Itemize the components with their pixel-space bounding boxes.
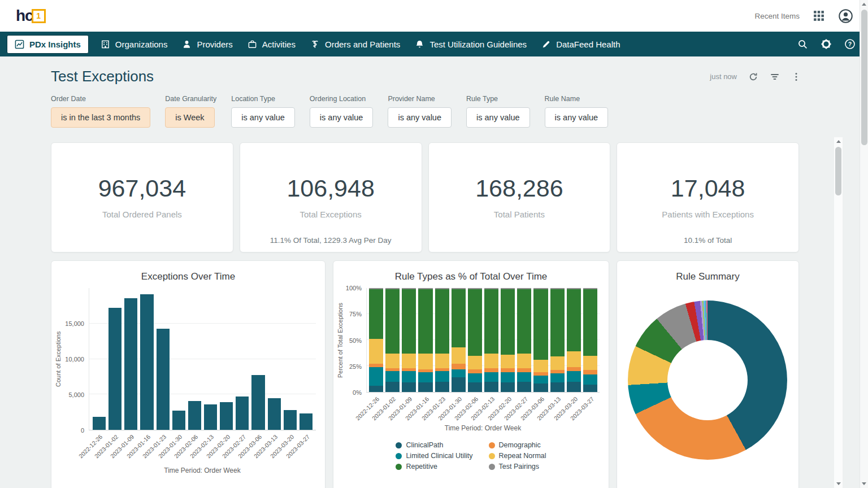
segment-Repetitive[interactable] xyxy=(468,289,482,356)
segment-Repetitive[interactable] xyxy=(369,289,383,339)
segment-Demographic[interactable] xyxy=(484,368,498,372)
stacked-bar-2023-01-23[interactable] xyxy=(435,288,449,392)
dashboard-scrollbar[interactable] xyxy=(834,137,843,488)
bar-2023-01-02[interactable] xyxy=(108,308,121,430)
segment-ClinicalPath[interactable] xyxy=(452,377,466,392)
segment-Limited Clinical Utility[interactable] xyxy=(550,373,565,383)
stacked-bar-2023-03-27[interactable] xyxy=(583,288,597,392)
bar-2022-12-26[interactable] xyxy=(93,417,106,430)
stacked-bar-2023-03-13[interactable] xyxy=(550,288,565,392)
segment-ClinicalPath[interactable] xyxy=(484,382,498,392)
segment-Demographic[interactable] xyxy=(452,364,466,369)
stacked-bar-2023-03-06[interactable] xyxy=(533,288,548,392)
segment-ClinicalPath[interactable] xyxy=(435,382,449,392)
window-scrollbar[interactable] xyxy=(860,0,868,488)
bar-2023-01-30[interactable] xyxy=(172,411,185,430)
segment-Repeat Normal[interactable] xyxy=(385,354,400,368)
segment-Repetitive[interactable] xyxy=(435,289,449,354)
segment-Repeat Normal[interactable] xyxy=(418,354,432,369)
segment-Repetitive[interactable] xyxy=(501,289,515,355)
segment-Limited Clinical Utility[interactable] xyxy=(369,367,383,386)
segment-Repeat Normal[interactable] xyxy=(550,356,565,370)
segment-ClinicalPath[interactable] xyxy=(533,384,548,392)
segment-Repetitive[interactable] xyxy=(418,289,432,354)
settings-gear-icon[interactable] xyxy=(817,35,835,53)
bar-2023-02-13[interactable] xyxy=(204,404,217,430)
stacked-bar-2023-01-02[interactable] xyxy=(385,288,400,392)
bar-2023-03-06[interactable] xyxy=(251,375,264,430)
segment-Repeat Normal[interactable] xyxy=(517,354,531,368)
segment-Demographic[interactable] xyxy=(567,367,581,371)
segment-Repetitive[interactable] xyxy=(517,289,531,354)
bar-2023-01-09[interactable] xyxy=(124,298,137,430)
nav-item-pdx-insights[interactable]: PDx Insights xyxy=(7,35,89,54)
legend-item-Repetitive[interactable]: Repetitive xyxy=(396,463,472,470)
hc1-logo[interactable]: hc 1 xyxy=(16,8,46,23)
scroll-up-arrow[interactable] xyxy=(834,137,843,146)
segment-Repeat Normal[interactable] xyxy=(369,339,383,364)
stacked-bar-2023-01-09[interactable] xyxy=(402,288,416,392)
filter-value-rule-type[interactable]: is any value xyxy=(466,107,530,128)
segment-Demographic[interactable] xyxy=(517,368,531,372)
scrollbar-thumb[interactable] xyxy=(835,147,841,195)
apps-grid-icon[interactable] xyxy=(813,10,824,21)
filter-funnel-icon[interactable] xyxy=(770,72,780,82)
stacked-bar-2023-02-13[interactable] xyxy=(484,288,498,392)
filter-value-ordering-location[interactable]: is any value xyxy=(310,107,374,128)
legend-item-Repeat Normal[interactable]: Repeat Normal xyxy=(489,452,546,460)
segment-Limited Clinical Utility[interactable] xyxy=(517,372,531,382)
help-icon[interactable]: ? xyxy=(841,35,859,53)
scroll-down-arrow[interactable] xyxy=(860,480,868,488)
segment-Repeat Normal[interactable] xyxy=(501,355,515,368)
segment-ClinicalPath[interactable] xyxy=(418,382,432,392)
bar-2023-03-13[interactable] xyxy=(268,398,281,430)
stacked-bar-2023-03-20[interactable] xyxy=(567,288,581,392)
stacked-bar-2023-01-16[interactable] xyxy=(418,288,432,392)
stacked-bar-2022-12-26[interactable] xyxy=(369,288,383,392)
segment-ClinicalPath[interactable] xyxy=(517,382,531,392)
segment-Repetitive[interactable] xyxy=(484,289,498,354)
filter-value-provider-name[interactable]: is any value xyxy=(388,107,452,128)
segment-Repetitive[interactable] xyxy=(550,289,565,357)
search-icon[interactable] xyxy=(793,35,811,53)
nav-item-activities[interactable]: Activities xyxy=(240,36,303,53)
scroll-down-arrow[interactable] xyxy=(834,480,843,488)
segment-Repetitive[interactable] xyxy=(452,289,466,347)
scroll-up-arrow[interactable] xyxy=(860,0,868,8)
segment-ClinicalPath[interactable] xyxy=(583,385,597,392)
nav-item-orders-and-patients[interactable]: Orders and Patients xyxy=(303,36,407,53)
segment-Repetitive[interactable] xyxy=(385,289,400,354)
stacked-bar-2023-02-27[interactable] xyxy=(517,288,531,392)
segment-Demographic[interactable] xyxy=(468,369,482,373)
segment-Repeat Normal[interactable] xyxy=(583,356,597,371)
segment-Repetitive[interactable] xyxy=(402,289,416,354)
segment-Repeat Normal[interactable] xyxy=(484,354,498,368)
segment-ClinicalPath[interactable] xyxy=(402,382,416,392)
filter-value-rule-name[interactable]: is any value xyxy=(545,107,609,128)
legend-item-Demographic[interactable]: Demographic xyxy=(489,441,546,449)
segment-Repeat Normal[interactable] xyxy=(468,356,482,369)
segment-Repeat Normal[interactable] xyxy=(452,347,466,364)
filter-value-location-type[interactable]: is any value xyxy=(231,107,295,128)
segment-Repeat Normal[interactable] xyxy=(533,360,548,372)
recent-items-link[interactable]: Recent Items xyxy=(754,12,800,20)
nav-item-datafeed-health[interactable]: DataFeed Health xyxy=(534,36,627,53)
bar-2023-02-06[interactable] xyxy=(188,401,201,430)
refresh-icon[interactable] xyxy=(748,72,758,82)
nav-item-providers[interactable]: Providers xyxy=(175,36,240,53)
stacked-bar-2023-02-06[interactable] xyxy=(468,288,482,392)
segment-Limited Clinical Utility[interactable] xyxy=(583,374,597,385)
segment-Limited Clinical Utility[interactable] xyxy=(418,372,432,382)
bar-2023-01-23[interactable] xyxy=(157,329,170,430)
filter-value-order-date[interactable]: is in the last 3 months xyxy=(51,107,150,128)
segment-Repetitive[interactable] xyxy=(533,289,548,360)
scrollbar-thumb[interactable] xyxy=(861,10,867,145)
segment-Limited Clinical Utility[interactable] xyxy=(402,371,416,382)
legend-item-Test Pairings[interactable]: Test Pairings xyxy=(489,463,546,470)
bar-2023-01-16[interactable] xyxy=(140,294,153,430)
segment-Demographic[interactable] xyxy=(583,370,597,374)
segment-ClinicalPath[interactable] xyxy=(468,382,482,392)
segment-Repeat Normal[interactable] xyxy=(567,351,581,367)
segment-Limited Clinical Utility[interactable] xyxy=(452,369,466,378)
segment-Demographic[interactable] xyxy=(501,368,515,372)
